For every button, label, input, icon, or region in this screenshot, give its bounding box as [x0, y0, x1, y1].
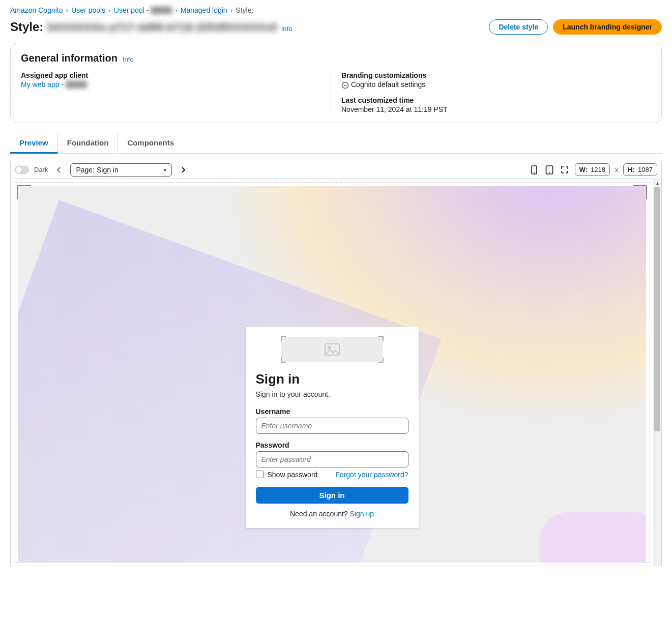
last-customized-value: November 11, 2024 at 11:19 PST	[341, 105, 651, 113]
username-label: Username	[256, 407, 408, 416]
width-label: W:	[579, 166, 588, 173]
checkbox-box-icon	[256, 471, 264, 478]
delete-style-button[interactable]: Delete style	[489, 19, 548, 35]
chevron-right-icon: ›	[108, 6, 111, 14]
crumb-user-pool-prefix: User pool -	[114, 6, 151, 14]
assigned-app-client-label: Assigned app client	[21, 71, 331, 79]
signin-card: Sign in Sign in to your account. Usernam…	[246, 327, 419, 528]
image-placeholder-icon	[325, 343, 340, 356]
general-info-link[interactable]: Info	[123, 55, 134, 63]
next-page-button[interactable]	[177, 164, 189, 176]
password-label: Password	[256, 441, 408, 449]
show-password-checkbox[interactable]: Show password	[256, 471, 318, 479]
breadcrumb: Amazon Cognito › User pools › User pool …	[10, 6, 662, 14]
assigned-app-client-id: xxxxxx	[66, 80, 87, 89]
branding-customizations-value: Cognito default settings	[351, 80, 425, 89]
logo-placeholder	[281, 337, 383, 362]
assigned-app-client-link[interactable]: My web app - xxxxxx	[21, 80, 87, 89]
page-title-style-id: bXXXXXXe-a717-4d99-b718-32539XXXXXx0	[47, 21, 277, 34]
width-value: 1218	[591, 166, 605, 173]
signin-title: Sign in	[256, 371, 408, 387]
page-title-prefix: Style:	[10, 20, 43, 34]
crumb-user-pool-id: xxxxxx	[151, 6, 172, 14]
crumb-user-pool[interactable]: User pool - xxxxxx	[114, 6, 172, 14]
preview-panel: Dark Page: Sign in ▼	[10, 161, 662, 566]
dark-mode-label: Dark	[34, 166, 48, 173]
tab-foundation[interactable]: Foundation	[58, 133, 119, 153]
dark-mode-toggle[interactable]	[15, 166, 29, 174]
branding-customizations-label: Branding customizations	[341, 71, 651, 79]
chevron-right-icon: ›	[230, 6, 233, 14]
fullscreen-icon[interactable]	[560, 165, 570, 175]
chevron-right-icon: ›	[66, 6, 69, 14]
dimension-x: x	[615, 166, 619, 173]
show-password-label: Show password	[268, 471, 318, 479]
forgot-password-link[interactable]: Forgot your password?	[335, 471, 408, 479]
info-link[interactable]: Info	[281, 25, 293, 33]
password-input[interactable]	[256, 451, 408, 467]
general-info-title: General information	[21, 52, 118, 64]
launch-branding-designer-button[interactable]: Launch branding designer	[553, 19, 662, 35]
last-customized-label: Last customized time	[341, 96, 651, 104]
vertical-scrollbar[interactable]: ▴	[653, 179, 661, 566]
crumb-managed-login[interactable]: Managed login	[181, 6, 227, 14]
chevron-right-icon: ›	[175, 6, 178, 14]
scroll-thumb[interactable]	[654, 187, 660, 431]
minus-circle-icon	[341, 81, 349, 89]
page-select-value: Page: Sign in	[76, 166, 118, 174]
svg-rect-6	[325, 344, 339, 355]
preview-toolbar: Dark Page: Sign in ▼	[11, 161, 661, 179]
tabs: Preview Foundation Components	[10, 133, 662, 154]
signin-button[interactable]: Sign in	[256, 487, 408, 504]
page-header: Style: bXXXXXXe-a717-4d99-b718-32539XXXX…	[10, 19, 662, 35]
tab-components[interactable]: Components	[118, 133, 183, 153]
svg-point-7	[328, 346, 330, 348]
need-account-text: Need an account?	[290, 510, 350, 518]
preview-canvas: Sign in Sign in to your account. Usernam…	[11, 179, 653, 566]
decor-blob	[539, 512, 646, 563]
mobile-device-icon[interactable]	[529, 165, 539, 175]
height-input[interactable]: H: 1087	[623, 163, 657, 176]
crumb-style: Style:	[236, 6, 253, 14]
assigned-app-client-prefix: My web app -	[21, 80, 66, 89]
preview-background: Sign in Sign in to your account. Usernam…	[18, 186, 646, 563]
svg-point-3	[534, 172, 535, 173]
scroll-up-icon[interactable]: ▴	[653, 179, 661, 187]
width-input[interactable]: W: 1218	[575, 163, 610, 176]
tab-preview[interactable]: Preview	[10, 133, 58, 154]
prev-page-button[interactable]	[53, 164, 65, 176]
tablet-device-icon[interactable]	[544, 165, 554, 175]
preview-canvas-outer: Sign in Sign in to your account. Usernam…	[11, 179, 661, 566]
height-value: 1087	[638, 166, 653, 173]
page-select[interactable]: Page: Sign in ▼	[70, 163, 172, 177]
svg-point-5	[549, 172, 550, 173]
height-label: H:	[628, 166, 635, 173]
signin-subtitle: Sign in to your account.	[256, 390, 408, 398]
caret-down-icon: ▼	[163, 167, 168, 172]
general-information-panel: General information Info Assigned app cl…	[10, 43, 662, 123]
crumb-cognito[interactable]: Amazon Cognito	[10, 6, 63, 14]
crumb-user-pools[interactable]: User pools	[71, 6, 105, 14]
signup-link[interactable]: Sign up	[350, 510, 374, 518]
username-input[interactable]	[256, 418, 408, 434]
